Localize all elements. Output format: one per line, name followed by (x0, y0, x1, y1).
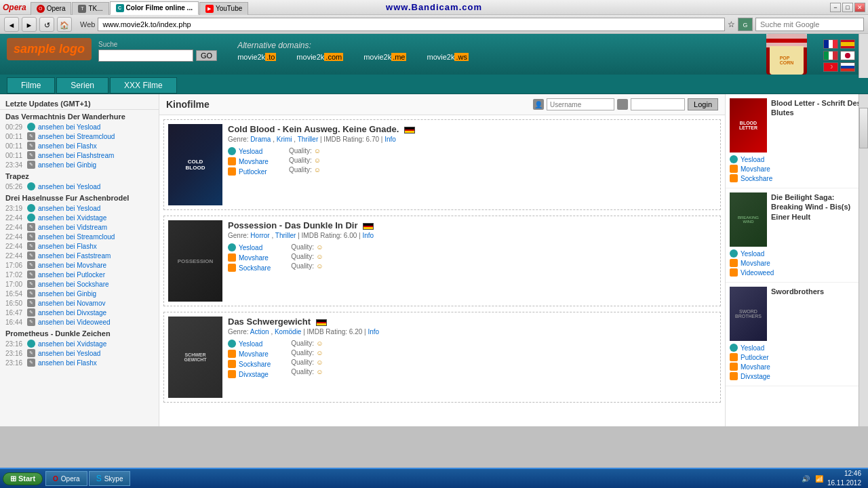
genre-link[interactable]: Thriller (298, 136, 319, 143)
home-btn[interactable]: 🏠 (57, 17, 72, 32)
source-link-movshare[interactable]: Movshare (239, 254, 269, 262)
link-6[interactable]: ansehen bei Yesload (38, 183, 100, 190)
link-4[interactable]: ansehen bei Flashstream (38, 152, 114, 159)
taskbar-item-skype[interactable]: S Skype (89, 471, 131, 486)
site-search-input[interactable] (98, 49, 193, 62)
link[interactable]: ansehen bei Flashx (38, 359, 97, 367)
right-source-link[interactable]: Yesload (741, 250, 764, 258)
flag-es[interactable] (840, 39, 855, 49)
right-source-link[interactable]: Putlocker (741, 354, 769, 361)
link[interactable]: ansehen bei Sockshare (38, 281, 109, 288)
domain-3[interactable]: movie2k.me (363, 53, 406, 61)
username-input[interactable] (547, 98, 614, 110)
taskbar-opera-label: Opera (61, 475, 80, 483)
right-source-link[interactable]: Movshare (741, 165, 770, 173)
maximize-btn[interactable]: □ (842, 3, 853, 12)
header-scrollbar[interactable] (859, 34, 868, 78)
link[interactable]: ansehen bei Vidstream (38, 224, 107, 231)
link[interactable]: ansehen bei Xvidstage (38, 340, 106, 348)
link-5[interactable]: ansehen bei Ginbig (38, 161, 96, 169)
link[interactable]: ansehen bei Flashx (38, 243, 97, 250)
tab-opera[interactable]: O Opera (31, 2, 72, 15)
tray-icon-net[interactable]: 📶 (814, 473, 825, 484)
info-link[interactable]: Info (362, 232, 374, 239)
link[interactable]: ansehen bei Divxstage (38, 309, 106, 317)
tray-icon-vol[interactable]: 🔊 (800, 473, 811, 484)
genre-link[interactable]: Thriller (275, 232, 296, 239)
link[interactable]: ansehen bei Videoweed (38, 319, 111, 326)
start-button[interactable]: ⊞ Start (3, 472, 43, 485)
link[interactable]: ansehen bei Faststream (38, 252, 111, 260)
link[interactable]: ansehen bei Ginbig (38, 290, 96, 298)
source-link-putlocker[interactable]: Putlocker (239, 168, 267, 176)
flag-ru[interactable] (840, 62, 855, 72)
genre-link[interactable]: Drama (250, 136, 271, 143)
link[interactable]: ansehen bei Putlocker (38, 271, 105, 279)
domain-4[interactable]: movie2k.ws (427, 53, 468, 61)
tab-serien[interactable]: Serien (56, 77, 108, 94)
link[interactable]: ansehen bei Novamov (38, 300, 106, 307)
info-link[interactable]: Info (368, 328, 379, 336)
source-link-movshare[interactable]: Movshare (239, 350, 269, 358)
right-source-link[interactable]: Movshare (741, 260, 770, 267)
domain-2[interactable]: movie2k.com (296, 53, 343, 61)
tab-movie2k[interactable]: C Color Filme online ... (110, 1, 199, 15)
movie-title-possession: Possession - Das Dunkle In Dir (228, 220, 716, 230)
back-btn[interactable]: ◄ (4, 17, 19, 32)
source-item: Sockshare (228, 360, 271, 368)
main-scrollbar[interactable] (859, 94, 868, 426)
right-source-link[interactable]: Yesload (741, 156, 764, 163)
right-source-link[interactable]: Divxstage (741, 373, 770, 380)
address-bar[interactable] (98, 18, 725, 31)
taskbar-item-opera[interactable]: O Opera (45, 471, 87, 486)
right-source-link[interactable]: Movshare (741, 363, 770, 371)
tab-youtube[interactable]: ▶ YouTube (199, 2, 248, 15)
password-input[interactable] (631, 98, 685, 110)
close-btn[interactable]: ✕ (854, 3, 865, 12)
login-button[interactable]: Login (688, 98, 718, 110)
link-1[interactable]: ansehen bei Yesload (38, 123, 100, 131)
source-link-yesload[interactable]: Yesload (239, 244, 262, 251)
link[interactable]: ansehen bei Movshare (38, 262, 106, 269)
link[interactable]: ansehen bei Yesload (38, 205, 100, 212)
scrollbar-thumb[interactable] (859, 108, 868, 148)
tab-favicon-movie2k: C (116, 4, 124, 12)
flag-it[interactable] (823, 51, 838, 60)
reload-btn[interactable]: ↺ (39, 17, 54, 32)
smiley-icon: ☺ (316, 262, 323, 270)
time: 22:44 (5, 243, 24, 250)
bookmark-icon[interactable]: ☆ (728, 20, 735, 29)
link[interactable]: ansehen bei Yesload (38, 350, 100, 357)
right-source-link[interactable]: Yesload (741, 344, 764, 352)
genre-link[interactable]: Krimi (277, 136, 292, 143)
source-link-sockshare[interactable]: Sockshare (239, 264, 271, 272)
tab-tk[interactable]: T TK... (72, 2, 108, 15)
go-button[interactable]: GO (196, 50, 217, 61)
domain-1[interactable]: movie2k.to (237, 53, 276, 61)
right-source-link[interactable]: Videoweed (741, 269, 774, 277)
genre-link[interactable]: Komödie (275, 328, 301, 336)
tab-xxx[interactable]: XXX Filme (110, 77, 177, 94)
link[interactable]: ansehen bei Xvidstage (38, 214, 106, 222)
tab-filme[interactable]: Filme (7, 77, 55, 94)
info-link[interactable]: Info (384, 136, 396, 143)
source-item: Yesload (228, 243, 271, 251)
minimize-btn[interactable]: − (830, 3, 841, 12)
right-source-link[interactable]: Sockshare (741, 175, 772, 182)
link-2[interactable]: ansehen bei Streamcloud (38, 133, 115, 140)
tab-favicon-yt: ▶ (205, 5, 214, 13)
link-3[interactable]: ansehen bei Flashx (38, 142, 97, 150)
source-link-yesload[interactable]: Yesload (239, 148, 262, 155)
source-link-yesload[interactable]: Yesload (239, 340, 262, 348)
source-link-sockshare[interactable]: Sockshare (239, 361, 271, 368)
flag-tr[interactable]: ☽ (823, 62, 838, 72)
genre-link[interactable]: Action (250, 328, 269, 336)
link[interactable]: ansehen bei Streamcloud (38, 233, 115, 241)
flag-jp[interactable] (840, 51, 855, 60)
source-link-divxstage[interactable]: Divxstage (239, 371, 269, 378)
forward-btn[interactable]: ► (22, 17, 37, 32)
search-input[interactable] (755, 18, 864, 31)
flag-fr[interactable] (823, 39, 838, 49)
source-link-movshare[interactable]: Movshare (239, 158, 269, 165)
genre-link[interactable]: Horror (250, 232, 269, 239)
